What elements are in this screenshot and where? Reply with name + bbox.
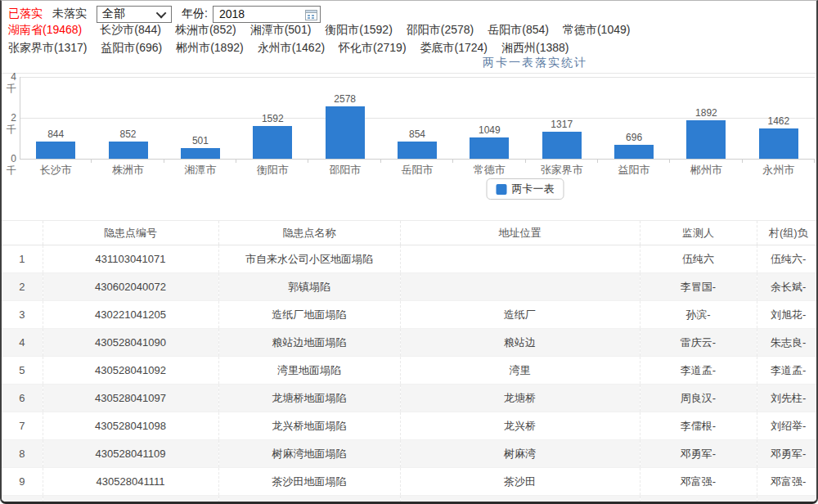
cell-code: 430528041098 — [43, 412, 218, 440]
chart-bar[interactable] — [542, 132, 582, 159]
table-header-cell: 地址位置 — [400, 221, 640, 245]
chart-category-slot: 696益阳市 — [598, 74, 670, 180]
cell-address: 龙塘桥 — [400, 385, 640, 412]
cell-monitor: 邓勇军- — [640, 440, 757, 468]
cell-monitor: 李道孟- — [640, 357, 757, 385]
chart-bar[interactable] — [326, 106, 365, 159]
table-row[interactable]: 10430528041126杨梅山地面塌陷杨梅山李春香-李春香- — [2, 496, 818, 504]
bar-value-label: 852 — [92, 128, 164, 140]
cell-name: 树麻湾地面塌陷 — [218, 440, 400, 468]
legend-label: 两卡一表 — [512, 182, 555, 196]
bar-value-label: 1317 — [526, 119, 598, 130]
x-tick-label: 岳阳市 — [381, 163, 453, 178]
chart-legend[interactable]: 两卡一表 — [487, 178, 564, 200]
cell-num: 6 — [2, 385, 43, 412]
cell-address: 茶沙田 — [400, 468, 640, 496]
chart-category-slot: 1892郴州市 — [670, 74, 742, 180]
cell-monitor: 雷庆云- — [640, 329, 757, 357]
cell-code: 430528041092 — [43, 357, 218, 385]
bar-value-label: 501 — [164, 135, 236, 146]
y-tick-label: 4千 — [2, 71, 16, 83]
page: 已落实 未落实 全部 年份: 2018 湖南省(19468)长沙市( — [0, 0, 818, 504]
chart-bar[interactable] — [109, 142, 148, 159]
cell-monitor: 李儒根- — [640, 412, 757, 440]
tab-not-implemented[interactable]: 未落实 — [52, 7, 87, 21]
table-row[interactable]: 9430528041111茶沙田地面塌陷茶沙田邓富强-邓富强- — [2, 468, 818, 496]
year-input-value: 2018 — [213, 7, 245, 20]
table-row[interactable]: 2430602040072郭镇塌陷李冒国-余长斌- — [2, 273, 818, 301]
cell-code: 430528041090 — [43, 329, 218, 357]
chart-category-slot: 1462永州市 — [743, 74, 815, 180]
cell-monitor: 李春香- — [640, 496, 757, 504]
cell-num: 10 — [2, 496, 43, 504]
table-row[interactable]: 8430528041109树麻湾地面塌陷树麻湾邓勇军-邓勇军- — [2, 440, 818, 468]
bar-value-label: 844 — [20, 128, 92, 140]
chart-bar[interactable] — [398, 142, 437, 159]
chart-bar[interactable] — [686, 120, 726, 159]
region-link[interactable]: 益阳市(696) — [101, 41, 162, 54]
chart-bar[interactable] — [253, 126, 292, 159]
x-tick-label: 衡阳市 — [236, 163, 308, 178]
region-link[interactable]: 张家界市(1317) — [8, 41, 87, 54]
table-row[interactable]: 1431103041071市自来水公司小区地面塌陷伍纯六伍纯六- — [2, 245, 818, 273]
cell-code: 430602040072 — [43, 273, 218, 301]
region-link[interactable]: 永州市(1462) — [258, 41, 325, 54]
x-tick-label: 益阳市 — [598, 163, 670, 178]
tab-implemented[interactable]: 已落实 — [8, 7, 43, 21]
table-row[interactable]: 5430528041092湾里地面塌陷湾里李道孟-李道孟- — [2, 357, 818, 385]
table-header-cell — [2, 221, 43, 245]
chart-bar[interactable] — [759, 128, 798, 159]
cell-village: 邓富强- — [757, 468, 818, 496]
cell-code: 430528041109 — [43, 440, 218, 468]
chart-bar[interactable] — [36, 142, 75, 159]
cell-monitor: 邓富强- — [640, 468, 757, 496]
cell-monitor: 孙滨- — [640, 301, 757, 329]
cell-name: 湾里地面塌陷 — [218, 357, 400, 385]
region-link[interactable]: 娄底市(1724) — [420, 41, 488, 54]
region-link[interactable]: 怀化市(2719) — [339, 41, 406, 54]
region-row-2: 张家界市(1317)益阳市(696)郴州市(1892)永州市(1462)怀化市(… — [8, 38, 814, 56]
legend-swatch-icon — [497, 184, 507, 195]
region-link[interactable]: 长沙市(844) — [100, 23, 161, 36]
x-tick-label: 湘潭市 — [164, 163, 236, 178]
region-link[interactable]: 郴州市(1892) — [176, 41, 243, 54]
region-link[interactable]: 岳阳市(854) — [488, 23, 549, 36]
chart-bar[interactable] — [470, 137, 509, 159]
bar-chart: 4千 2千 0千 844长沙市852株洲市501湘潭市1592衡阳市2578邵阳… — [2, 73, 818, 205]
cell-num: 5 — [2, 357, 43, 385]
bar-value-label: 1892 — [670, 107, 742, 119]
region-link[interactable]: 邵阳市(2578) — [407, 23, 474, 36]
chart-category-slot: 844长沙市 — [20, 74, 92, 180]
table-row[interactable]: 6430528041097龙塘桥地面塌陷龙塘桥周良汉-刘先柱- — [2, 385, 818, 412]
chart-category-slot: 854岳阳市 — [381, 74, 453, 180]
region-link[interactable]: 湘西州(1388) — [501, 41, 569, 54]
hazard-points-table: 隐患点编号隐患点名称地址位置监测人村(组)负 1431103041071市自来水… — [2, 220, 818, 504]
cell-num: 4 — [2, 329, 43, 357]
cell-num: 1 — [2, 245, 43, 273]
chart-bar[interactable] — [181, 148, 220, 159]
cell-num: 7 — [2, 412, 43, 440]
x-tick-label: 常德市 — [453, 163, 525, 178]
chart-bar[interactable] — [614, 145, 654, 159]
cell-num: 8 — [2, 440, 43, 468]
region-link[interactable]: 湘潭市(501) — [250, 23, 312, 36]
region-link[interactable]: 株洲市(852) — [175, 23, 236, 36]
cell-address: 粮站边 — [400, 329, 640, 357]
region-link-province[interactable]: 湖南省(19468) — [8, 23, 82, 36]
cell-monitor: 伍纯六 — [640, 245, 757, 273]
x-tick-label: 长沙市 — [20, 163, 92, 178]
region-link[interactable]: 常德市(1049) — [563, 23, 630, 36]
cell-name: 市自来水公司小区地面塌陷 — [218, 245, 400, 273]
table-row[interactable]: 7430528041098龙兴桥地面塌陷龙兴桥李儒根-刘绍举- — [2, 412, 818, 440]
bar-value-label: 854 — [381, 128, 453, 140]
cell-village: 李春香- — [757, 496, 818, 504]
region-filter-links: 湖南省(19468)长沙市(844)株洲市(852)湘潭市(501)衡阳市(15… — [8, 20, 814, 56]
region-link[interactable]: 衡阳市(1592) — [325, 23, 392, 36]
x-tick-label: 郴州市 — [670, 163, 742, 178]
bar-value-label: 1592 — [236, 113, 308, 124]
cell-num: 3 — [2, 301, 43, 329]
cell-village: 刘绍举- — [757, 412, 818, 440]
table-row[interactable]: 3430221041205造纸厂地面塌陷造纸厂孙滨-刘旭花- — [2, 301, 818, 329]
table-row[interactable]: 4430528041090粮站边地面塌陷粮站边雷庆云-朱志良- — [2, 329, 818, 357]
cell-address — [400, 273, 640, 301]
